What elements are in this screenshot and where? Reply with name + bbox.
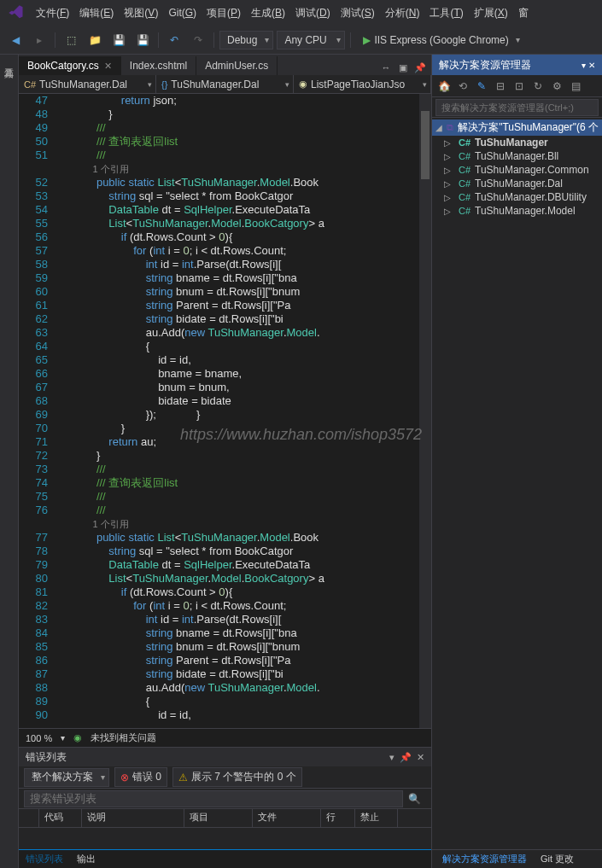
refresh-icon[interactable]: ↻ [529,78,546,95]
project-item[interactable]: ▷C#TuShuManager.Common [432,163,602,177]
error-col-header[interactable] [19,809,39,827]
error-col-header[interactable]: 禁止 [355,809,398,827]
solution-explorer-title: 解决方案资源管理器 [439,58,531,73]
nav-project-combo[interactable]: C# TuShuManager.Dal [19,75,156,93]
chevron-down-icon: ◢ [435,123,442,132]
menu-分析[interactable]: 分析(N) [380,3,425,22]
menu-Git[interactable]: Git(G) [163,3,202,22]
close-icon[interactable]: ✕ [104,61,112,72]
chevron-right-icon: ▷ [444,207,454,216]
error-icon: ⊗ [120,772,129,784]
dropdown-icon[interactable]: ▾ [389,752,395,763]
undo-icon[interactable]: ↶ [164,30,184,50]
menubar: 文件(F)编辑(E)视图(V)Git(G)项目(P)生成(B)调试(D)测试(S… [0,0,602,26]
toolbox-tab[interactable]: 工具箱 [3,58,15,65]
tab-solution-explorer[interactable]: 解决方案资源管理器 [435,851,534,867]
error-col-header[interactable]: 代码 [39,809,82,827]
sync-icon[interactable]: ⟲ [454,78,471,95]
error-col-header[interactable]: 说明 [82,809,184,827]
scope-combo[interactable]: 整个解决方案 [24,768,109,787]
pin-icon[interactable]: 📌 [412,60,428,75]
redo-icon[interactable]: ↷ [188,30,208,50]
search-icon[interactable]: 🔍 [403,793,426,805]
preview-icon[interactable]: ▤ [567,78,584,95]
play-icon: ▶ [363,34,371,46]
zoom-level[interactable]: 100 % [26,733,52,743]
chevron-right-icon: ▷ [444,179,454,189]
code-content[interactable]: return json; } /// /// 查询表返回list /// 1 个… [68,94,431,728]
project-item[interactable]: ▷C#TuShuManager.DBUtility [432,190,602,204]
collapse-icon[interactable]: ⊟ [492,78,509,95]
tab-error-list[interactable]: 错误列表 [19,851,70,867]
tab-output[interactable]: 输出 [70,851,102,867]
chevron-right-icon: ▷ [444,193,454,202]
pen-icon[interactable]: ✎ [473,78,490,95]
error-col-header[interactable]: 项目 [184,809,253,827]
chevron-right-icon: ▷ [444,138,454,148]
nav-fwd-icon[interactable]: ▸ [29,30,50,50]
project-item[interactable]: ▷C#TuShuManager.Bll [432,149,602,163]
menu-调试[interactable]: 调试(D) [290,3,336,22]
menu-视图[interactable]: 视图(V) [119,3,163,22]
menu-扩展[interactable]: 扩展(X) [469,3,513,22]
editor-pane: BookCatgory.cs✕Index.cshtmlAdminUser.cs … [19,55,431,868]
vs-logo-icon [3,0,29,26]
menu-文件[interactable]: 文件(F) [31,3,74,22]
left-tool-strip: 工具箱 [0,55,19,868]
csharp-icon: C# [24,79,36,90]
project-item[interactable]: ▷C#TuShuManager.Dal [432,177,602,190]
new-project-icon[interactable]: ⬚ [61,30,81,50]
save-all-icon[interactable]: 💾 [132,30,153,50]
properties-icon[interactable]: ⚙ [548,78,565,95]
open-icon[interactable]: 📁 [85,30,105,50]
nav-member-combo[interactable]: ◉ ListPageTiaoJianJso [294,75,431,93]
bottom-tabs: 错误列表 输出 [19,849,431,868]
ok-icon: ◉ [73,732,82,743]
warnings-filter[interactable]: ⚠ 展示 7 个警告中的 0 个 [172,767,302,787]
method-icon: ◉ [299,79,307,90]
issues-text: 未找到相关问题 [91,731,156,744]
code-editor[interactable]: 4748495051525354555657585960616263646566… [19,94,431,728]
home-icon[interactable]: 🏠 [435,78,453,95]
chevron-right-icon: ▷ [444,152,454,161]
solution-search-input[interactable] [435,99,599,116]
vertical-scrollbar[interactable] [419,94,431,728]
csharp-project-icon: C# [458,178,471,189]
error-col-header[interactable]: 文件 [253,809,321,827]
fold-strip [56,94,68,728]
preview-icon[interactable]: ▣ [395,60,411,75]
show-all-icon[interactable]: ⊡ [511,78,528,95]
chevron-right-icon: ▷ [444,166,454,175]
menu-生成[interactable]: 生成(B) [246,3,290,22]
project-item[interactable]: ▷C#TuShuManager [432,136,602,149]
run-button[interactable]: ▶ IIS Express (Google Chrome) ▾ [356,32,526,48]
error-col-header[interactable]: 行 [321,809,355,827]
project-item[interactable]: ▷C#TuShuManager.Model [432,204,602,218]
menu-测试[interactable]: 测试(S) [336,3,380,22]
solution-root[interactable]: ◢ ⧉ 解决方案"TuShuManager"(6 个 [432,119,602,136]
menu-项目[interactable]: 项目(P) [202,3,246,22]
save-icon[interactable]: 💾 [108,30,129,50]
csharp-project-icon: C# [458,205,471,217]
menu-窗[interactable]: 窗 [513,3,534,22]
cycle-tab-icon[interactable]: ↔ [378,60,394,75]
error-columns: 代码说明项目文件行禁止 [19,809,431,828]
editor-tab[interactable]: Index.cshtml [121,56,196,75]
errors-filter[interactable]: ⊗ 错误 0 [114,767,167,787]
nav-namespace-combo[interactable]: {} TuShuManager.Dal [156,75,294,93]
menu-工具[interactable]: 工具(T) [424,3,468,22]
csharp-project-icon: C# [458,191,471,203]
tab-git-changes[interactable]: Git 更改 [534,851,581,867]
menu-编辑[interactable]: 编辑(E) [74,3,119,22]
platform-combo[interactable]: Any CPU [277,31,345,50]
editor-tab[interactable]: BookCatgory.cs✕ [19,56,121,75]
pin-icon[interactable]: 📌 [400,752,412,763]
error-search-input[interactable] [24,790,403,807]
nav-back-icon[interactable]: ◀ [5,30,26,50]
editor-tab[interactable]: AdminUser.cs [196,56,278,75]
main-toolbar: ◀ ▸ ⬚ 📁 💾 💾 ↶ ↷ Debug Any CPU ▶ IIS Expr… [0,26,602,55]
config-combo[interactable]: Debug [219,31,273,50]
error-list-panel: 错误列表 ▾ 📌 ✕ 整个解决方案 ⊗ 错误 0 ⚠ 展示 7 个警告中的 0 … [19,747,431,849]
line-gutter: 4748495051525354555657585960616263646566… [19,94,56,728]
close-icon[interactable]: ✕ [417,752,424,763]
